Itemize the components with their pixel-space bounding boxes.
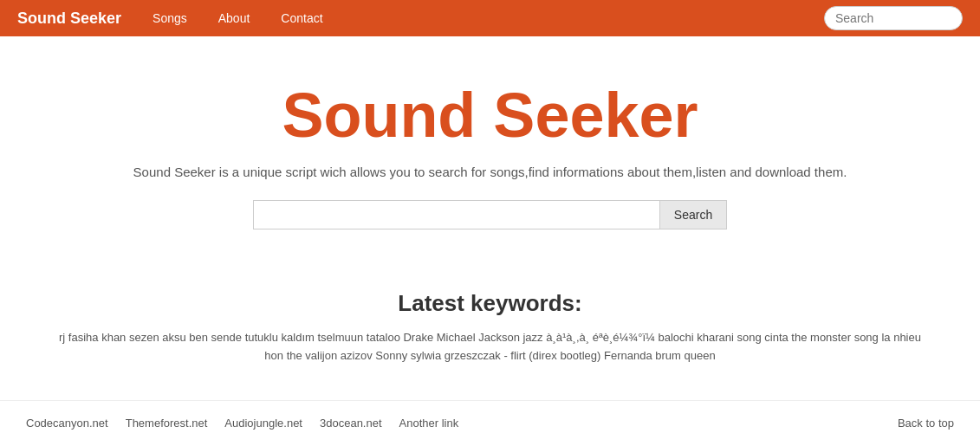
nav-songs[interactable]: Songs <box>139 4 201 32</box>
brand-logo: Sound Seeker <box>17 10 121 28</box>
footer-link-audiojungle[interactable]: Audiojungle.net <box>224 417 302 430</box>
nav-search-area <box>824 6 963 30</box>
footer-links: Codecanyon.net Themeforest.net Audiojung… <box>0 400 980 433</box>
navbar: Sound Seeker Songs About Contact <box>0 0 980 36</box>
hero-section: Sound Seeker Sound Seeker is a unique sc… <box>0 36 980 290</box>
footer-link-themeforest[interactable]: Themeforest.net <box>126 417 208 430</box>
keywords-title: Latest keywords: <box>52 290 928 317</box>
hero-title: Sound Seeker <box>17 80 963 151</box>
keywords-section: Latest keywords: rj fasiha khan sezen ak… <box>0 290 980 400</box>
hero-description: Sound Seeker is a unique script wich all… <box>17 165 963 179</box>
nav-about[interactable]: About <box>204 4 264 32</box>
nav-search-input[interactable] <box>824 6 963 30</box>
nav-links: Songs About Contact <box>139 4 824 32</box>
nav-contact[interactable]: Contact <box>267 4 336 32</box>
main-search-button[interactable]: Search <box>660 200 727 229</box>
keywords-text: rj fasiha khan sezen aksu ben sende tutu… <box>52 329 928 365</box>
footer-link-3docean[interactable]: 3docean.net <box>320 417 382 430</box>
footer-link-another[interactable]: Another link <box>399 417 459 430</box>
footer-link-codecanyon[interactable]: Codecanyon.net <box>26 417 108 430</box>
back-to-top-link[interactable]: Back to top <box>898 417 954 430</box>
main-search-bar: Search <box>17 200 963 229</box>
main-search-input[interactable] <box>253 200 660 229</box>
